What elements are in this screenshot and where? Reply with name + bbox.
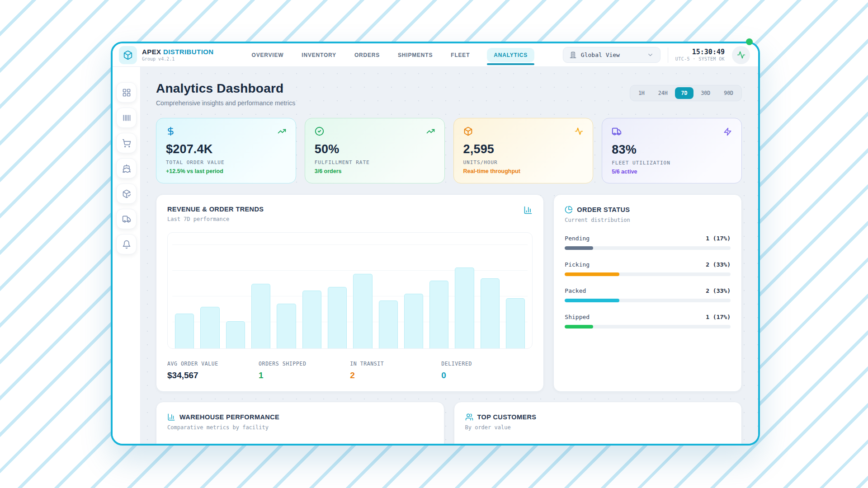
kpi-value: 50%: [315, 142, 435, 156]
sidebar-shopping-cart-icon[interactable]: [116, 133, 137, 153]
chart-bar: [429, 281, 448, 348]
progress-fill: [565, 299, 619, 302]
range-24h[interactable]: 24H: [652, 87, 674, 99]
scope-selector[interactable]: Global View: [563, 47, 660, 63]
users-icon: [465, 413, 473, 421]
range-1h[interactable]: 1H: [632, 87, 651, 99]
stat-in-transit: IN TRANSIT 2: [350, 361, 441, 380]
chart-bar: [200, 307, 219, 348]
range-30d[interactable]: 30D: [694, 87, 717, 99]
trending-up-icon: [278, 127, 286, 136]
brand-name-primary: APEX: [142, 48, 161, 56]
kpi-sub: 3/6 orders: [315, 168, 435, 174]
range-90d[interactable]: 90D: [717, 87, 740, 99]
bar-chart-icon: [524, 206, 533, 215]
dollar-sign-icon: [166, 127, 175, 136]
system-activity-button[interactable]: [732, 46, 750, 64]
kpi-row: $207.4K TOTAL ORDER VALUE +12.5% vs last…: [156, 118, 742, 183]
sidebar-truck-icon[interactable]: [116, 209, 137, 229]
kpi-sub: 5/6 active: [612, 169, 732, 175]
revenue-trends-panel: REVENUE & ORDER TRENDS Last 7D performan…: [156, 194, 544, 392]
top-bar: APEX DISTRIBUTION Group v4.2.1 OVERVIEW …: [113, 43, 758, 67]
nav-overview[interactable]: OVERVIEW: [251, 48, 285, 62]
kpi-units-per-hour: 2,595 UNITS/HOUR Real-time throughput: [453, 118, 594, 183]
chart-bar: [175, 314, 194, 348]
chart-bar: [353, 274, 372, 348]
clock-status: UTC-5 · SYSTEM OK: [675, 56, 725, 62]
warehouse-performance-panel: WAREHOUSE PERFORMANCE Comparative metric…: [156, 402, 444, 444]
order-status-panel: ORDER STATUS Current distribution Pendin…: [553, 194, 742, 392]
chart-bar: [302, 291, 321, 348]
brand-version: Group v4.2.1: [142, 56, 214, 61]
stat-avg-order-value: AVG ORDER VALUE $34,567: [167, 361, 259, 380]
progress-fill: [565, 246, 593, 250]
truck-icon: [612, 127, 622, 136]
kpi-label: TOTAL ORDER VALUE: [166, 160, 286, 165]
progress-fill: [565, 272, 619, 276]
sidebar-dashboard-grid-icon[interactable]: [116, 82, 137, 103]
chart-bar: [251, 284, 270, 348]
package-icon: [463, 127, 473, 136]
brand: APEX DISTRIBUTION Group v4.2.1: [119, 46, 214, 64]
chart-bar: [404, 294, 423, 348]
sidebar-bell-icon[interactable]: [116, 234, 137, 254]
kpi-value: $207.4K: [166, 142, 286, 156]
top-customers-subtitle: By order value: [465, 424, 537, 431]
nav-fleet[interactable]: FLEET: [450, 48, 471, 62]
nav-shipments[interactable]: SHIPMENTS: [397, 48, 434, 62]
revenue-bar-chart: [167, 232, 533, 349]
pie-chart-icon: [565, 206, 573, 214]
status-row-packed: Packed2 (33%): [565, 287, 731, 302]
revenue-bars: [175, 239, 525, 348]
nav-analytics[interactable]: ANALYTICS: [487, 48, 534, 62]
icon-sidebar: [113, 67, 141, 444]
activity-icon: [575, 127, 583, 136]
chart-bar: [379, 300, 398, 348]
range-7d[interactable]: 7D: [675, 87, 694, 99]
app-window: APEX DISTRIBUTION Group v4.2.1 OVERVIEW …: [111, 42, 760, 446]
page-title: Analytics Dashboard: [156, 81, 295, 96]
nav-orders[interactable]: ORDERS: [354, 48, 381, 62]
trending-up-icon: [426, 127, 435, 136]
chart-bar: [226, 321, 245, 349]
status-row-pending: Pending1 (17%): [565, 235, 731, 250]
sidebar-barcode-icon[interactable]: [116, 108, 137, 128]
page-head-text: Analytics Dashboard Comprehensive insigh…: [156, 81, 295, 107]
kpi-value: 83%: [612, 143, 732, 157]
order-status-title: ORDER STATUS: [577, 206, 630, 213]
brand-text: APEX DISTRIBUTION Group v4.2.1: [142, 48, 214, 62]
stat-orders-shipped: ORDERS SHIPPED 1: [259, 361, 350, 380]
chart-bar: [506, 298, 525, 348]
main-content: Analytics Dashboard Comprehensive insigh…: [141, 67, 758, 444]
main-nav: OVERVIEW INVENTORY ORDERS SHIPMENTS FLEE…: [251, 48, 535, 62]
page-subtitle: Comprehensive insights and performance m…: [156, 99, 295, 107]
kpi-sub: +12.5% vs last period: [166, 168, 286, 174]
order-status-subtitle: Current distribution: [565, 217, 630, 223]
brand-name-secondary: DISTRIBUTION: [163, 48, 213, 56]
top-customers-title: TOP CUSTOMERS: [477, 413, 537, 421]
kpi-label: FLEET UTILIZATION: [612, 160, 732, 166]
scope-selector-value: Global View: [581, 52, 620, 58]
sidebar-ship-icon[interactable]: [116, 158, 137, 178]
kpi-total-order-value: $207.4K TOTAL ORDER VALUE +12.5% vs last…: [156, 118, 296, 183]
warehouse-performance-title: WAREHOUSE PERFORMANCE: [179, 413, 279, 421]
clock-time: 15:30:49: [675, 48, 725, 56]
warehouse-performance-subtitle: Comparative metrics by facility: [167, 424, 279, 431]
status-row-shipped: Shipped1 (17%): [565, 314, 731, 328]
cube-logo-icon: [119, 46, 137, 64]
top-bar-right: Global View 15:30:49 UTC-5 · SYSTEM OK: [563, 46, 750, 64]
revenue-trends-head-text: REVENUE & ORDER TRENDS Last 7D performan…: [167, 206, 264, 222]
chart-bar: [481, 278, 500, 348]
top-customers-panel: TOP CUSTOMERS By order value: [454, 402, 742, 444]
chart-bar: [328, 287, 347, 348]
chevron-down-icon: [647, 52, 654, 58]
sidebar-package-check-icon[interactable]: [116, 183, 137, 204]
stat-delivered: DELIVERED 0: [441, 361, 533, 380]
time-range-group: 1H 24H 7D 30D 90D: [630, 85, 742, 101]
kpi-fulfillment-rate: 50% FULFILLMENT RATE 3/6 orders: [305, 118, 445, 183]
kpi-label: FULFILLMENT RATE: [315, 160, 435, 165]
divider: [668, 47, 668, 63]
nav-inventory[interactable]: INVENTORY: [301, 48, 337, 62]
online-status-dot: [746, 38, 753, 45]
kpi-fleet-utilization: 83% FLEET UTILIZATION 5/6 active: [602, 118, 742, 183]
